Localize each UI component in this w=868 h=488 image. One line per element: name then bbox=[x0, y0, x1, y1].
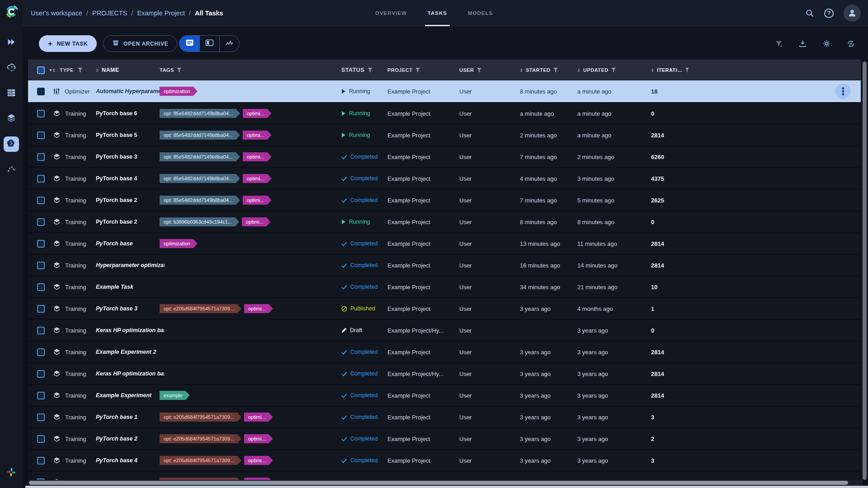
open-archive-button[interactable]: OPEN ARCHIVE bbox=[103, 35, 177, 52]
task-name[interactable]: PyTorch base 5 bbox=[96, 125, 165, 145]
row-checkbox[interactable] bbox=[37, 457, 45, 465]
task-name[interactable]: PyTorch base 4 bbox=[96, 450, 165, 471]
task-row[interactable]: TrainingPyTorch base 4opt: e205d684f7954… bbox=[28, 449, 861, 471]
task-row[interactable]: TrainingPyTorch base 2opt: b3896b0363cd4… bbox=[28, 211, 861, 232]
tag-chip[interactable]: optimi... bbox=[242, 217, 271, 226]
task-row[interactable]: OptimizerAutomatic Hyperparamete...optim… bbox=[28, 80, 861, 102]
row-checkbox[interactable] bbox=[37, 413, 45, 421]
tab-overview[interactable]: OVERVIEW bbox=[375, 0, 407, 26]
column-header-type[interactable]: TYPE bbox=[60, 67, 74, 73]
task-name[interactable]: PyTorch base 5 bbox=[96, 472, 165, 480]
column-header-tags[interactable]: TAGS bbox=[160, 67, 174, 73]
task-name[interactable]: PyTorch base 6 bbox=[96, 103, 165, 124]
task-row[interactable]: TrainingExample TaskCompletedExample Pro… bbox=[28, 276, 861, 297]
filter-icon[interactable] bbox=[368, 68, 373, 73]
search-icon[interactable] bbox=[805, 9, 814, 18]
tag-chip[interactable]: opt: 85e5482ddd7149b8ba04... bbox=[160, 109, 240, 118]
tag-chip[interactable]: optimi... bbox=[243, 196, 272, 205]
column-header-started[interactable]: STARTED bbox=[526, 67, 551, 73]
sort-icon[interactable]: ▲▼ bbox=[577, 68, 580, 72]
column-header-project[interactable]: PROJECT bbox=[387, 67, 412, 73]
task-row[interactable]: TrainingPyTorch base 3opt: e205d684f7954… bbox=[28, 297, 861, 319]
filter-icon[interactable] bbox=[415, 68, 420, 73]
tag-chip[interactable]: optimization bbox=[160, 239, 198, 248]
tag-chip[interactable]: opt: 85e5482ddd7149b8ba04... bbox=[160, 152, 240, 161]
horizontal-scrollbar-thumb[interactable] bbox=[29, 481, 848, 485]
tag-chip[interactable]: opt: 85e5482ddd7149b8ba04... bbox=[160, 196, 240, 205]
tag-chip[interactable]: opt: 85e5482ddd7149b8ba04... bbox=[160, 131, 240, 140]
column-header-updated[interactable]: UPDATED bbox=[583, 67, 609, 73]
chart-view-button[interactable] bbox=[219, 36, 239, 52]
filter-icon[interactable] bbox=[177, 68, 182, 73]
filter-icon[interactable] bbox=[611, 68, 616, 73]
tag-chip[interactable]: optimi... bbox=[244, 413, 273, 422]
task-row[interactable]: TrainingKeras HP optimization baseComple… bbox=[28, 362, 861, 384]
task-row[interactable]: TrainingPyTorch base 5opt: e205d684f7954… bbox=[28, 471, 861, 480]
breadcrumb-projects[interactable]: PROJECTS bbox=[92, 9, 127, 17]
tag-chip[interactable]: optimi... bbox=[244, 304, 273, 313]
row-checkbox[interactable] bbox=[37, 218, 45, 226]
download-icon[interactable] bbox=[798, 39, 807, 48]
vertical-scrollbar[interactable] bbox=[862, 61, 867, 480]
vertical-scrollbar-thumb[interactable] bbox=[863, 61, 867, 480]
task-name[interactable]: Hyperparameter optimizati... bbox=[96, 255, 165, 276]
sidebar-item-workers-queues[interactable] bbox=[4, 86, 19, 101]
row-context-menu-button[interactable] bbox=[835, 84, 851, 99]
tag-chip[interactable]: opt: e205d684f7954571a7309... bbox=[160, 413, 241, 422]
task-name[interactable]: PyTorch base 4 bbox=[96, 168, 165, 189]
column-header-user[interactable]: USER bbox=[459, 67, 474, 73]
tag-chip[interactable]: optimi... bbox=[244, 456, 273, 465]
filter-icon[interactable] bbox=[78, 68, 83, 73]
row-checkbox[interactable] bbox=[37, 262, 45, 269]
task-row[interactable]: TrainingPyTorch base 4opt: 85e5482ddd714… bbox=[28, 167, 861, 189]
row-checkbox[interactable] bbox=[37, 283, 45, 291]
row-checkbox[interactable] bbox=[37, 327, 45, 334]
tag-chip[interactable]: optimi... bbox=[243, 152, 272, 161]
task-name[interactable]: PyTorch base bbox=[96, 233, 165, 254]
tag-chip[interactable]: opt: 85e5482ddd7149b8ba04... bbox=[160, 174, 240, 183]
tag-chip[interactable]: opt: e205d684f7954571a7309... bbox=[160, 304, 241, 313]
task-name[interactable]: PyTorch base 2 bbox=[96, 190, 165, 211]
row-checkbox[interactable] bbox=[37, 392, 45, 399]
task-name[interactable]: PyTorch base 1 bbox=[96, 407, 165, 427]
filter-icon[interactable] bbox=[685, 68, 689, 73]
row-checkbox[interactable] bbox=[37, 197, 45, 204]
row-checkbox[interactable] bbox=[37, 305, 45, 313]
row-checkbox[interactable] bbox=[37, 435, 45, 443]
tag-chip[interactable]: optimi... bbox=[244, 434, 273, 443]
task-name[interactable]: Example Experiment 2 bbox=[96, 342, 165, 362]
task-row[interactable]: TrainingPyTorch baseoptimizationComplete… bbox=[28, 232, 861, 254]
sort-icon[interactable]: ▲▼ bbox=[651, 68, 654, 72]
slack-icon[interactable] bbox=[4, 465, 19, 480]
task-name[interactable]: PyTorch base 2 bbox=[96, 211, 165, 232]
sort-icon[interactable]: ▲▼ bbox=[96, 68, 99, 72]
column-header-name[interactable]: NAME bbox=[102, 67, 119, 73]
task-row[interactable]: TrainingHyperparameter optimizati...Comp… bbox=[28, 254, 861, 276]
tag-chip[interactable]: optimi... bbox=[243, 174, 272, 183]
help-icon[interactable]: ? bbox=[824, 9, 834, 18]
task-name[interactable]: PyTorch base 2 bbox=[96, 428, 165, 449]
table-view-button[interactable] bbox=[179, 36, 199, 52]
clear-filters-icon[interactable] bbox=[774, 40, 783, 48]
task-row[interactable]: TrainingPyTorch base 1opt: e205d684f7954… bbox=[28, 406, 861, 427]
task-name[interactable]: Example Experiment bbox=[96, 385, 165, 406]
horizontal-scrollbar[interactable] bbox=[28, 480, 863, 485]
filter-icon[interactable] bbox=[553, 68, 558, 73]
breadcrumb-workspace[interactable]: User's workspace bbox=[31, 9, 82, 17]
task-name[interactable]: PyTorch base 3 bbox=[96, 146, 165, 167]
column-header-iterations[interactable]: ITERATI… bbox=[657, 67, 683, 73]
task-row[interactable]: TrainingPyTorch base 5opt: 85e5482ddd714… bbox=[28, 124, 861, 145]
sidebar-item-getting-started[interactable] bbox=[4, 35, 19, 51]
task-name[interactable]: Example Task bbox=[96, 277, 165, 297]
tag-chip[interactable]: opt: e205d684f7954571a7309... bbox=[160, 456, 241, 465]
task-row[interactable]: TrainingPyTorch base 2opt: 85e5482ddd714… bbox=[28, 189, 861, 211]
sidebar-item-projects[interactable] bbox=[4, 136, 19, 152]
sidebar-item-pipelines[interactable] bbox=[4, 162, 19, 177]
task-row[interactable]: TrainingExample Experiment 2CompletedExa… bbox=[28, 341, 861, 362]
sort-icon[interactable]: ▲▼ bbox=[520, 68, 523, 72]
tab-models[interactable]: MODELS bbox=[468, 0, 493, 26]
tag-chip[interactable]: opt: e205d684f7954571a7309... bbox=[160, 434, 241, 443]
sidebar-item-serving[interactable] bbox=[4, 61, 19, 76]
tag-chip[interactable]: optimization bbox=[160, 87, 198, 96]
row-checkbox[interactable] bbox=[37, 175, 45, 183]
